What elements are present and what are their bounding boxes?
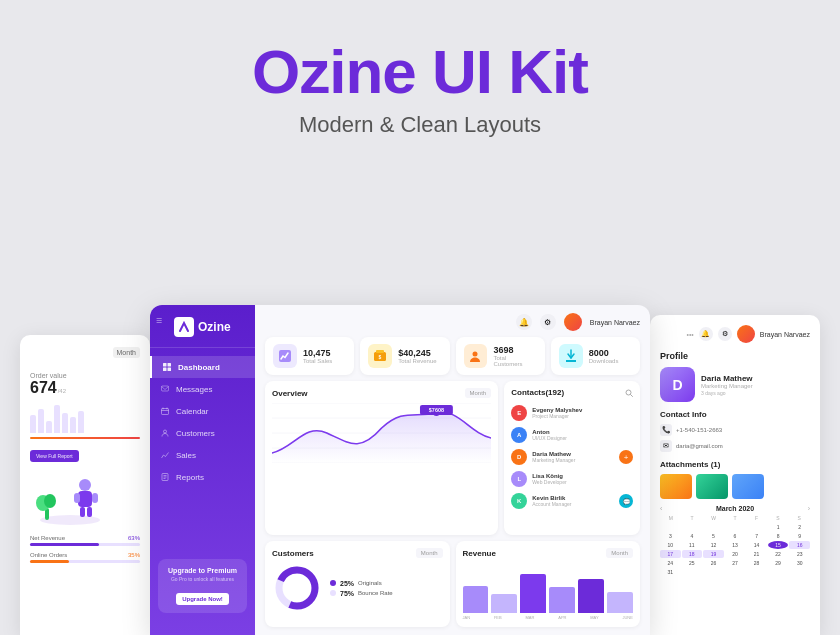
cal-day-cell[interactable]: 23 <box>789 550 810 558</box>
rev-label-feb: FEB <box>494 615 502 620</box>
contact-btn-5[interactable]: 💬 <box>619 494 633 508</box>
cal-day-cell[interactable]: 8 <box>768 532 789 540</box>
left-panel: Month Order value 674 /42 View Full Repo… <box>20 335 150 635</box>
cal-day-cell[interactable]: 9 <box>789 532 810 540</box>
upgrade-button[interactable]: Upgrade Now! <box>176 593 229 605</box>
contact-phone: +1-540-151-2663 <box>676 427 722 433</box>
cal-day-cell[interactable]: 4 <box>682 532 703 540</box>
cal-day-cell[interactable]: 22 <box>768 550 789 558</box>
contacts-title: Contacts(192) <box>511 388 564 397</box>
svg-rect-3 <box>74 493 80 503</box>
legend-dot-original <box>330 580 336 586</box>
cal-day-cell[interactable]: 15 <box>768 541 789 549</box>
cal-day-cell[interactable]: 13 <box>725 541 746 549</box>
menu-icon[interactable]: ☰ <box>156 317 162 325</box>
sidebar-item-customers[interactable]: Customers <box>150 422 255 444</box>
attachment-2[interactable] <box>696 474 728 499</box>
mockup-wrapper: Month Order value 674 /42 View Full Repo… <box>10 285 830 635</box>
settings-icon[interactable]: ⚙ <box>540 314 556 330</box>
sidebar-item-sales[interactable]: Sales <box>150 444 255 466</box>
cal-day-cell[interactable]: 17 <box>660 550 681 558</box>
customers-month-selector[interactable]: Month <box>416 548 443 558</box>
cal-day-cell[interactable]: 26 <box>703 559 724 567</box>
cal-day-cell[interactable]: 16 <box>789 541 810 549</box>
cal-day-cell[interactable]: 5 <box>703 532 724 540</box>
calendar-next[interactable]: › <box>808 505 810 512</box>
stat-revenue-value: $40,245 <box>398 348 436 358</box>
reports-icon <box>160 472 170 482</box>
cal-day-cell[interactable]: 29 <box>768 559 789 567</box>
logo-icon <box>174 317 194 337</box>
mini-line <box>30 437 140 439</box>
cal-day-cell[interactable]: 28 <box>746 559 767 567</box>
donut-svg <box>272 563 322 613</box>
notification-icon[interactable]: 🔔 <box>516 314 532 330</box>
cal-day-cell <box>660 523 681 531</box>
right-user-avatar <box>737 325 755 343</box>
hero-subtitle: Modern & Clean Layouts <box>0 112 840 138</box>
main-dashboard: ☰ Ozine <box>150 305 650 635</box>
cal-day-cell[interactable]: 14 <box>746 541 767 549</box>
revenue-icon-svg: $ <box>373 349 387 363</box>
cal-day-cell[interactable]: 7 <box>746 532 767 540</box>
contact-role-4: Web Developer <box>532 479 633 485</box>
cal-day-cell[interactable]: 1 <box>768 523 789 531</box>
cal-day-cell[interactable]: 10 <box>660 541 681 549</box>
cal-day-cell[interactable]: 27 <box>725 559 746 567</box>
cal-day-cell[interactable]: 3 <box>660 532 681 540</box>
cal-day-cell[interactable]: 25 <box>682 559 703 567</box>
overview-month-selector[interactable]: Month <box>465 388 492 398</box>
profile-avatar: D <box>660 367 695 402</box>
overview-card: Overview Month <box>265 381 498 535</box>
cal-day-cell[interactable]: 20 <box>725 550 746 558</box>
stat-customers-label: Total Customers <box>493 355 536 367</box>
svg-point-19 <box>164 430 167 433</box>
revenue-month-selector[interactable]: Month <box>606 548 633 558</box>
cal-day-cell[interactable]: 21 <box>746 550 767 558</box>
right-notification-icon[interactable]: 🔔 <box>699 327 713 341</box>
cal-day-cell <box>703 523 724 531</box>
hero-title: Ozine UI Kit <box>0 38 840 106</box>
sidebar-item-messages[interactable]: Messages <box>150 378 255 400</box>
user-name: Brayan Narvaez <box>590 319 640 326</box>
contacts-search-icon[interactable] <box>625 389 633 397</box>
cal-day-cell[interactable]: 31 <box>660 568 681 576</box>
svg-point-9 <box>44 494 56 508</box>
cal-day-cell[interactable]: 24 <box>660 559 681 567</box>
cal-day-cell[interactable]: 2 <box>789 523 810 531</box>
sidebar-item-reports[interactable]: Reports <box>150 466 255 488</box>
calendar-prev[interactable]: ‹ <box>660 505 662 512</box>
cal-day-cell[interactable]: 6 <box>725 532 746 540</box>
rev-bar-3 <box>520 574 546 613</box>
view-report-button[interactable]: View Full Report <box>30 450 79 462</box>
attachment-3[interactable] <box>732 474 764 499</box>
cal-day-cell[interactable]: 18 <box>682 550 703 558</box>
contact-btn-3[interactable]: + <box>619 450 633 464</box>
rev-label-mar: MAR <box>526 615 535 620</box>
legend-original: 25% Originals <box>330 580 393 587</box>
right-dot-menu[interactable]: ••• <box>686 331 693 338</box>
sidebar-messages-label: Messages <box>176 385 212 394</box>
contact-item-4: L Lisa König Web Developer <box>511 468 633 490</box>
stat-customers-value: 3698 <box>493 345 536 355</box>
left-month-button[interactable]: Month <box>113 347 140 358</box>
upgrade-title: Upgrade to Premium <box>166 567 239 574</box>
right-settings-icon[interactable]: ⚙ <box>718 327 732 341</box>
upgrade-subtitle: Go Pro to unlock all features <box>166 576 239 582</box>
sidebar-item-calendar[interactable]: Calendar <box>150 400 255 422</box>
top-bar: 🔔 ⚙ Brayan Narvaez <box>265 313 640 331</box>
stat-revenue-info: $40,245 Total Revenue <box>398 348 436 364</box>
customers-card: Customers Month <box>265 541 450 627</box>
cal-day-cell <box>682 568 703 576</box>
stat-sales-info: 10,475 Total Sales <box>303 348 332 364</box>
revenue-bars-container <box>463 563 634 613</box>
cal-day-cell[interactable]: 12 <box>703 541 724 549</box>
attachment-1[interactable] <box>660 474 692 499</box>
cal-day-cell[interactable]: 30 <box>789 559 810 567</box>
logo-group: Ozine <box>174 317 231 337</box>
cal-day-cell[interactable]: 11 <box>682 541 703 549</box>
cal-day-cell[interactable]: 19 <box>703 550 724 558</box>
net-revenue-label: Net Revenue <box>30 535 65 541</box>
bounce-pct: 75% <box>340 590 354 597</box>
sidebar-item-dashboard[interactable]: Dashboard <box>150 356 255 378</box>
